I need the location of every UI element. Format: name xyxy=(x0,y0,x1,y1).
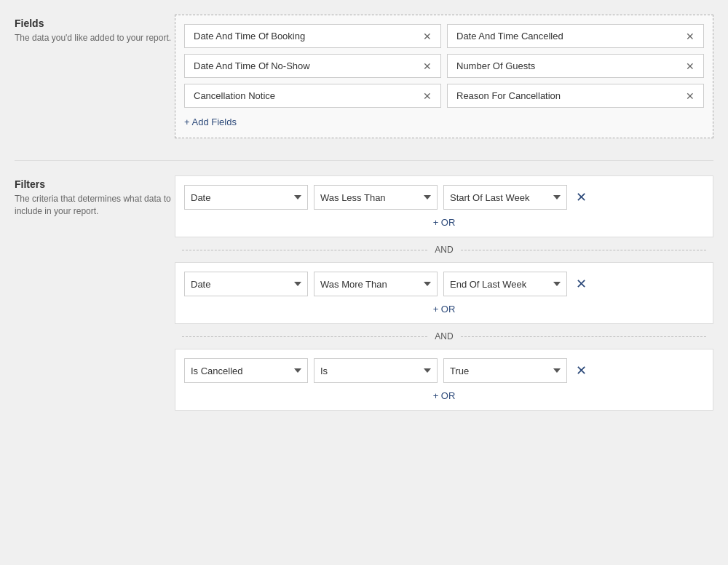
field-tag: Date And Time Cancelled ✕ xyxy=(447,24,704,48)
fields-grid: Date And Time Of Booking ✕Date And Time … xyxy=(184,24,704,108)
filter-value-select[interactable]: Start Of Last WeekEnd Of Last WeekTrueFa… xyxy=(443,358,567,383)
field-tag-label: Number Of Guests xyxy=(456,60,535,71)
filters-section: Filters The criteria that determines wha… xyxy=(15,175,713,411)
filter-remove-button[interactable]: ✕ xyxy=(573,364,590,377)
filter-remove-button[interactable]: ✕ xyxy=(573,277,590,291)
field-tag-remove-button[interactable]: ✕ xyxy=(686,91,695,101)
filter-field-select[interactable]: DateIs CancelledCancellation NoticeNumbe… xyxy=(184,185,308,210)
fields-box: Date And Time Of Booking ✕Date And Time … xyxy=(175,15,713,138)
filter-remove-button[interactable]: ✕ xyxy=(573,191,590,204)
field-tag: Date And Time Of Booking ✕ xyxy=(184,24,441,48)
filters-description: The criteria that determines what data t… xyxy=(15,193,175,218)
filter-field-select[interactable]: DateIs CancelledCancellation NoticeNumbe… xyxy=(184,272,308,296)
or-button-container: + OR xyxy=(184,304,704,315)
field-tag-label: Date And Time Cancelled xyxy=(456,31,563,42)
filter-value-select[interactable]: Start Of Last WeekEnd Of Last WeekTrueFa… xyxy=(443,272,567,296)
filter-row: DateIs CancelledCancellation NoticeNumbe… xyxy=(184,358,704,383)
fields-heading: Fields xyxy=(15,17,175,29)
add-fields-button[interactable]: + Add Fields xyxy=(184,115,237,129)
field-tag-remove-button[interactable]: ✕ xyxy=(686,61,695,71)
field-tag-remove-button[interactable]: ✕ xyxy=(423,31,432,42)
filter-operator-select[interactable]: Was Less ThanWas More ThanIsIs Not xyxy=(314,272,438,296)
or-button[interactable]: + OR xyxy=(433,217,456,228)
fields-label-area: Fields The data you'd like added to your… xyxy=(15,15,175,138)
section-divider xyxy=(15,160,713,161)
filter-field-select[interactable]: DateIs CancelledCancellation NoticeNumbe… xyxy=(184,358,308,383)
fields-description: The data you'd like added to your report… xyxy=(15,32,175,44)
filters-heading: Filters xyxy=(15,178,175,190)
field-tag-remove-button[interactable]: ✕ xyxy=(686,31,695,42)
fields-section: Fields The data you'd like added to your… xyxy=(15,15,713,138)
field-tag-remove-button[interactable]: ✕ xyxy=(423,61,432,71)
field-tag-label: Cancellation Notice xyxy=(194,90,275,101)
field-tag: Date And Time Of No-Show ✕ xyxy=(184,54,441,78)
or-button[interactable]: + OR xyxy=(433,390,456,401)
field-tag-label: Date And Time Of No-Show xyxy=(194,60,310,71)
filter-group: DateIs CancelledCancellation NoticeNumbe… xyxy=(175,262,713,324)
field-tag: Cancellation Notice ✕ xyxy=(184,84,441,108)
field-tag: Reason For Cancellation ✕ xyxy=(447,84,704,108)
and-separator: AND xyxy=(175,245,713,255)
field-tag-remove-button[interactable]: ✕ xyxy=(423,91,432,101)
fields-content: Date And Time Of Booking ✕Date And Time … xyxy=(175,15,713,138)
or-button[interactable]: + OR xyxy=(433,304,456,315)
or-button-container: + OR xyxy=(184,217,704,228)
filter-operator-select[interactable]: Was Less ThanWas More ThanIsIs Not xyxy=(314,358,438,383)
filter-value-select[interactable]: Start Of Last WeekEnd Of Last WeekTrueFa… xyxy=(443,185,567,210)
field-tag-label: Reason For Cancellation xyxy=(456,90,561,101)
filter-group: DateIs CancelledCancellation NoticeNumbe… xyxy=(175,349,713,411)
filter-operator-select[interactable]: Was Less ThanWas More ThanIsIs Not xyxy=(314,185,438,210)
or-button-container: + OR xyxy=(184,390,704,401)
field-tag: Number Of Guests ✕ xyxy=(447,54,704,78)
filter-row: DateIs CancelledCancellation NoticeNumbe… xyxy=(184,272,704,296)
filters-label-area: Filters The criteria that determines wha… xyxy=(15,175,175,411)
field-tag-label: Date And Time Of Booking xyxy=(194,31,305,42)
filter-group: DateIs CancelledCancellation NoticeNumbe… xyxy=(175,175,713,237)
filters-content: DateIs CancelledCancellation NoticeNumbe… xyxy=(175,175,713,411)
and-separator: AND xyxy=(175,331,713,341)
filter-row: DateIs CancelledCancellation NoticeNumbe… xyxy=(184,185,704,210)
